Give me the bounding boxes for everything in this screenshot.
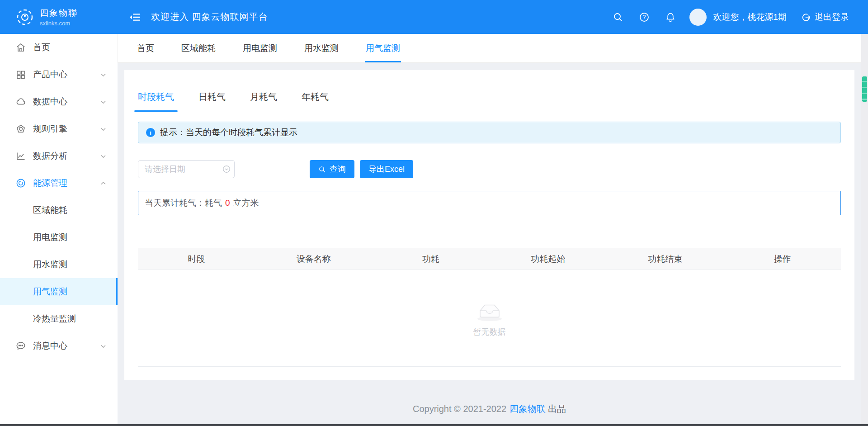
empty-state: 暂无数据 xyxy=(138,270,841,367)
header-actions: ? 欢迎您，桃花源1期 退出登录 xyxy=(597,0,849,34)
svg-text:?: ? xyxy=(643,14,646,20)
gas-tabs: 时段耗气 日耗气 月耗气 年耗气 xyxy=(138,70,841,111)
nav-tab-home[interactable]: 首页 xyxy=(137,34,154,62)
home-icon xyxy=(15,42,27,53)
tab-period-gas[interactable]: 时段耗气 xyxy=(138,91,174,111)
table-header-period: 时段 xyxy=(138,253,255,265)
copyright-suffix: 出品 xyxy=(548,404,566,414)
nav-tab-gas-monitor[interactable]: 用气监测 xyxy=(366,34,400,62)
gas-monitor-card: 时段耗气 日耗气 月耗气 年耗气 提示：当天的每个时段耗气累计显示 xyxy=(124,70,854,380)
sidebar-item-rule-engine[interactable]: 规则引擎 xyxy=(0,115,118,142)
page-scrollbar[interactable] xyxy=(861,34,868,424)
user-greeting: 欢迎您，桃花源1期 xyxy=(713,11,787,23)
sidebar-item-label: 能源管理 xyxy=(33,177,67,189)
sidebar-item-data-center[interactable]: 数据中心 xyxy=(0,88,118,115)
sidebar-item-product-center[interactable]: 产品中心 xyxy=(0,61,118,88)
chevron-up-icon xyxy=(100,180,107,187)
sidebar-item-label: 产品中心 xyxy=(33,69,67,80)
rule-engine-icon xyxy=(15,123,27,134)
sidebar-item-label: 首页 xyxy=(33,42,50,53)
tab-daily-gas[interactable]: 日耗气 xyxy=(198,91,226,111)
brand-logo-icon xyxy=(15,8,34,27)
logout-icon xyxy=(801,12,811,22)
date-picker-input[interactable] xyxy=(138,160,235,178)
sidebar-item-label: 规则引擎 xyxy=(33,123,67,135)
sidebar-subitem-label: 用水监测 xyxy=(33,259,67,270)
sidebar-subitem-label: 冷热量监测 xyxy=(33,313,76,325)
export-excel-button[interactable]: 导出Excel xyxy=(360,160,413,178)
footer: Copyright © 2021-2022四象物联出品 xyxy=(118,403,861,415)
export-excel-label: 导出Excel xyxy=(368,164,405,175)
product-grid-icon xyxy=(15,69,27,80)
tab-yearly-gas[interactable]: 年耗气 xyxy=(302,91,329,111)
copyright-text: Copyright © 2021-2022 xyxy=(413,404,506,414)
scrollbar-thumb[interactable] xyxy=(862,76,867,102)
user-avatar[interactable] xyxy=(689,9,707,26)
search-icon xyxy=(318,166,326,173)
notification-bell-icon[interactable] xyxy=(665,12,676,23)
chevron-down-icon xyxy=(100,99,107,105)
nav-tab-water-monitor[interactable]: 用水监测 xyxy=(304,34,339,62)
brand-link[interactable]: 四象物联 xyxy=(509,404,546,414)
table-header-device-name: 设备名称 xyxy=(255,253,372,265)
nav-tab-electricity-monitor[interactable]: 用电监测 xyxy=(243,34,277,62)
chevron-down-icon xyxy=(100,153,107,160)
app-window: 四象物聯 sxlinks.com 欢迎进入 四象云物联网平台 ? xyxy=(0,0,868,426)
sidebar: 首页 产品中心 数据中心 xyxy=(0,34,118,424)
search-icon[interactable] xyxy=(613,12,623,23)
info-alert-text: 提示：当天的每个时段耗气累计显示 xyxy=(160,127,297,138)
sidebar-subitem-water-monitor[interactable]: 用水监测 xyxy=(0,251,118,278)
sidebar-item-label: 数据分析 xyxy=(33,150,67,162)
content-area: 时段耗气 日耗气 月耗气 年耗气 提示：当天的每个时段耗气累计显示 xyxy=(118,63,861,424)
table-header-consumption-end: 功耗结束 xyxy=(607,253,724,265)
summary-unit: 立方米 xyxy=(233,197,259,209)
data-table: 时段 设备名称 功耗 功耗起始 功耗结束 操作 暂无数据 xyxy=(138,248,841,367)
top-header: 四象物聯 sxlinks.com 欢迎进入 四象云物联网平台 ? xyxy=(0,0,868,34)
table-header-actions: 操作 xyxy=(724,253,841,265)
nav-tabs: 首页 区域能耗 用电监测 用水监测 用气监测 xyxy=(118,34,861,63)
table-header-consumption-start: 功耗起始 xyxy=(490,253,607,265)
chart-icon xyxy=(15,151,27,161)
brand-logo: 四象物聯 sxlinks.com xyxy=(0,7,118,27)
query-form: 查询 导出Excel xyxy=(138,160,841,178)
sidebar-subitem-gas-monitor[interactable]: 用气监测 xyxy=(0,278,118,305)
summary-label: 当天累计耗气：耗气 xyxy=(145,197,222,209)
sidebar-subitem-region-energy[interactable]: 区域能耗 xyxy=(0,197,118,224)
brand-title: 四象物聯 xyxy=(40,7,78,19)
window-bottom-edge xyxy=(0,424,868,426)
sidebar-collapse-icon[interactable] xyxy=(128,11,141,24)
info-alert: 提示：当天的每个时段耗气累计显示 xyxy=(138,122,841,143)
sidebar-item-label: 数据中心 xyxy=(33,96,67,108)
table-header-row: 时段 设备名称 功耗 功耗起始 功耗结束 操作 xyxy=(138,248,841,270)
sidebar-subitem-heat-monitor[interactable]: 冷热量监测 xyxy=(0,305,118,332)
sidebar-subitem-label: 区域能耗 xyxy=(33,204,67,216)
query-button[interactable]: 查询 xyxy=(310,160,354,178)
logout-button[interactable]: 退出登录 xyxy=(801,11,849,23)
energy-icon xyxy=(15,178,27,189)
sidebar-subitem-electricity-monitor[interactable]: 用电监测 xyxy=(0,224,118,251)
sidebar-subitem-label: 用气监测 xyxy=(33,286,67,298)
empty-inbox-icon xyxy=(475,299,505,322)
sidebar-item-energy-management[interactable]: 能源管理 xyxy=(0,170,118,197)
nav-tab-region-energy[interactable]: 区域能耗 xyxy=(181,34,216,62)
sidebar-item-message-center[interactable]: 消息中心 xyxy=(0,332,118,360)
info-icon xyxy=(146,128,155,137)
logout-label: 退出登录 xyxy=(815,11,849,23)
sidebar-item-label: 消息中心 xyxy=(33,340,67,352)
message-icon xyxy=(15,341,27,351)
chevron-down-icon xyxy=(100,126,107,133)
sidebar-item-home[interactable]: 首页 xyxy=(0,34,118,61)
summary-value: 0 xyxy=(225,198,230,208)
query-button-label: 查询 xyxy=(330,164,346,175)
summary-bar: 当天累计耗气：耗气 0 立方米 xyxy=(138,191,841,215)
sidebar-item-data-analysis[interactable]: 数据分析 xyxy=(0,142,118,170)
date-picker-dropdown-icon[interactable] xyxy=(222,165,231,173)
brand-subtitle: sxlinks.com xyxy=(40,20,78,27)
empty-text: 暂无数据 xyxy=(473,327,506,337)
chevron-down-icon xyxy=(100,343,107,350)
table-header-consumption: 功耗 xyxy=(372,253,489,265)
tab-monthly-gas[interactable]: 月耗气 xyxy=(250,91,277,111)
help-icon[interactable]: ? xyxy=(639,12,650,23)
cloud-icon xyxy=(15,96,27,107)
page-title: 欢迎进入 四象云物联网平台 xyxy=(151,11,268,23)
